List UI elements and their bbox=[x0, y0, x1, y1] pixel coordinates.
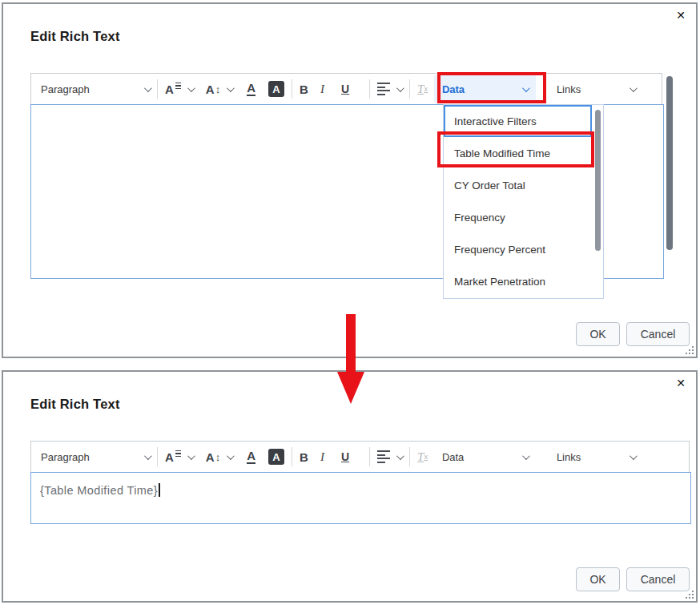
bold-button[interactable]: B bbox=[300, 450, 320, 464]
text-color-button[interactable]: A bbox=[247, 450, 255, 464]
align-left-icon bbox=[377, 83, 390, 95]
menu-item-market-penetration[interactable]: Market Penetration bbox=[444, 265, 592, 297]
menu-scrollbar-thumb[interactable] bbox=[595, 110, 601, 251]
edit-rich-text-dialog-before: ✕ Edit Rich Text Paragraph A A ↕ A A bbox=[2, 2, 698, 358]
clear-formatting-button[interactable]: Tx bbox=[417, 83, 428, 96]
toolbar-separator bbox=[292, 79, 292, 99]
toolbar-separator bbox=[292, 447, 292, 466]
font-family-button[interactable]: A bbox=[165, 83, 193, 95]
highlight-color-button[interactable]: A bbox=[268, 81, 284, 97]
toolbar-separator bbox=[369, 79, 370, 99]
chevron-down-icon bbox=[144, 452, 152, 460]
font-size-icon: A bbox=[206, 83, 215, 95]
data-dropdown-menu: Interactive Filters Table Modified Time … bbox=[443, 104, 604, 299]
font-family-icon: A bbox=[165, 451, 174, 463]
highlight-color-icon: A bbox=[268, 81, 284, 97]
paragraph-style-label: Paragraph bbox=[41, 83, 90, 95]
font-size-arrows-icon: ↕ bbox=[215, 451, 221, 463]
resize-grip-icon[interactable] bbox=[686, 346, 694, 354]
clear-formatting-button[interactable]: Tx bbox=[417, 450, 428, 464]
menu-item-table-modified-time[interactable]: Table Modified Time bbox=[444, 137, 592, 169]
bold-button[interactable]: B bbox=[300, 83, 320, 96]
italic-button[interactable]: I bbox=[320, 83, 341, 96]
data-dropdown-button[interactable]: Data bbox=[434, 443, 536, 470]
chevron-down-icon bbox=[522, 84, 530, 92]
data-dropdown-label: Data bbox=[442, 451, 464, 463]
toolbar-separator bbox=[369, 447, 370, 466]
highlight-color-button[interactable]: A bbox=[268, 449, 284, 465]
chevron-down-icon bbox=[144, 84, 152, 92]
chevron-down-icon bbox=[187, 452, 195, 460]
alignment-dropdown[interactable] bbox=[377, 83, 402, 95]
clear-formatting-x: x bbox=[424, 85, 428, 93]
menu-item-interactive-filters[interactable]: Interactive Filters bbox=[444, 105, 592, 137]
toolbar-separator bbox=[157, 79, 158, 99]
font-family-lines-icon bbox=[175, 83, 181, 90]
text-cursor bbox=[159, 483, 160, 497]
alignment-dropdown[interactable] bbox=[377, 450, 402, 463]
toolbar-separator bbox=[409, 447, 410, 466]
text-color-icon: A bbox=[247, 450, 255, 464]
chevron-down-icon bbox=[396, 452, 404, 460]
chevron-down-icon bbox=[630, 84, 638, 92]
cancel-button[interactable]: Cancel bbox=[626, 567, 690, 591]
underline-button[interactable]: U bbox=[341, 83, 362, 95]
inserted-data-token: {Table Modified Time} bbox=[40, 484, 158, 497]
italic-button[interactable]: I bbox=[320, 450, 341, 464]
ok-button[interactable]: OK bbox=[576, 567, 620, 591]
rich-text-toolbar: Paragraph A A ↕ A A B I U bbox=[30, 73, 662, 105]
toolbar-separator bbox=[157, 447, 158, 466]
rich-text-toolbar: Paragraph A A ↕ A A B I U bbox=[30, 441, 690, 473]
links-dropdown-label: Links bbox=[557, 83, 581, 95]
data-dropdown-button[interactable]: Data bbox=[434, 75, 536, 103]
align-left-icon bbox=[377, 450, 390, 463]
highlight-color-icon: A bbox=[268, 449, 284, 465]
clear-formatting-x: x bbox=[424, 453, 428, 461]
chevron-down-icon bbox=[396, 84, 404, 92]
font-size-button[interactable]: A ↕ bbox=[206, 451, 232, 463]
edit-rich-text-dialog-after: ✕ Edit Rich Text Paragraph A A ↕ A A bbox=[2, 370, 698, 603]
dialog-title: Edit Rich Text bbox=[30, 29, 120, 44]
font-size-icon: A bbox=[206, 451, 215, 463]
clear-formatting-t: T bbox=[417, 450, 424, 464]
links-dropdown-button[interactable]: Links bbox=[549, 443, 643, 470]
toolbar-separator bbox=[409, 79, 410, 99]
chevron-down-icon bbox=[227, 84, 235, 92]
menu-item-frequency[interactable]: Frequency bbox=[444, 201, 592, 233]
text-color-button[interactable]: A bbox=[247, 82, 255, 96]
dialog-title: Edit Rich Text bbox=[30, 397, 120, 412]
underline-button[interactable]: U bbox=[341, 450, 362, 463]
rich-text-editor-area[interactable]: {Table Modified Time} bbox=[30, 472, 691, 524]
font-family-icon: A bbox=[165, 83, 174, 95]
resize-grip-icon[interactable] bbox=[686, 591, 694, 599]
cancel-button[interactable]: Cancel bbox=[626, 322, 690, 346]
chevron-down-icon bbox=[187, 84, 195, 92]
paragraph-style-label: Paragraph bbox=[41, 451, 90, 463]
font-size-button[interactable]: A ↕ bbox=[206, 83, 232, 95]
menu-item-frequency-percent[interactable]: Frequency Percent bbox=[444, 233, 592, 265]
chevron-down-icon bbox=[522, 452, 530, 460]
paragraph-style-dropdown[interactable]: Paragraph bbox=[41, 451, 150, 463]
text-color-icon: A bbox=[247, 82, 255, 96]
close-icon[interactable]: ✕ bbox=[674, 376, 688, 390]
chevron-down-icon bbox=[630, 452, 638, 460]
screenshot-stage: ✕ Edit Rich Text Paragraph A A ↕ A A bbox=[0, 0, 700, 605]
close-icon[interactable]: ✕ bbox=[674, 8, 688, 22]
links-dropdown-button[interactable]: Links bbox=[549, 75, 643, 103]
font-family-button[interactable]: A bbox=[165, 451, 193, 463]
font-family-lines-icon bbox=[175, 450, 181, 458]
chevron-down-icon bbox=[227, 452, 235, 460]
menu-item-cy-order-total[interactable]: CY Order Total bbox=[444, 169, 592, 201]
paragraph-style-dropdown[interactable]: Paragraph bbox=[41, 83, 150, 95]
data-dropdown-label: Data bbox=[442, 83, 465, 95]
font-size-arrows-icon: ↕ bbox=[215, 83, 221, 95]
clear-formatting-t: T bbox=[417, 83, 424, 96]
ok-button[interactable]: OK bbox=[576, 322, 620, 346]
dialog-scrollbar-thumb[interactable] bbox=[666, 76, 673, 250]
links-dropdown-label: Links bbox=[557, 451, 581, 463]
